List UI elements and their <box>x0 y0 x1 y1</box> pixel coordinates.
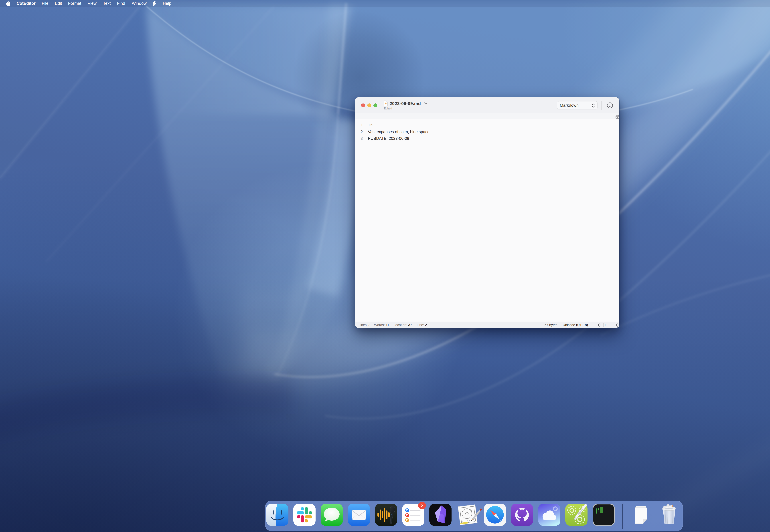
svg-text:β: β <box>596 507 600 514</box>
svg-text:2: 2 <box>421 503 423 508</box>
